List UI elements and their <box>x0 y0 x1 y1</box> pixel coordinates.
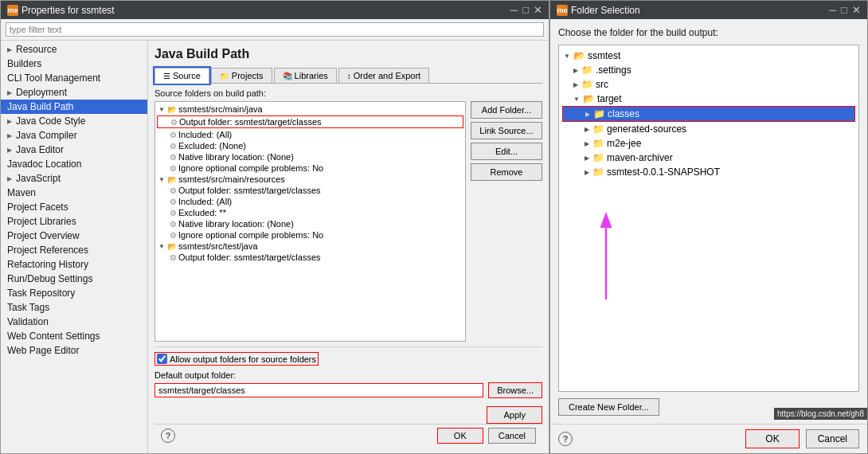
projects-tab-icon: 📁 <box>220 72 229 80</box>
source-folder-icon: 📂 <box>167 105 177 114</box>
sidebar-item-task-repository[interactable]: Task Repository <box>1 286 147 300</box>
tree-item[interactable]: ⚙ Native library location: (None) <box>157 151 463 162</box>
config-icon: ⚙ <box>170 198 177 206</box>
sidebar-item-java-build-path[interactable]: Java Build Path <box>1 100 147 114</box>
tree-item[interactable]: ⚙ Excluded: (None) <box>157 140 463 151</box>
apply-button[interactable]: Apply <box>487 406 542 424</box>
ftree-item[interactable]: ▼ 📂 ssmtest <box>562 49 855 63</box>
folder-titlebar-controls[interactable]: ─ □ ✕ <box>829 4 861 16</box>
help-icon[interactable]: ? <box>161 429 175 443</box>
tree-item[interactable]: ⚙ Output folder: ssmtest/target/classes <box>157 252 463 263</box>
output-icon: ⚙ <box>170 118 178 127</box>
edit-button[interactable]: Edit... <box>471 143 542 160</box>
ftree-item-classes[interactable]: ▶ 📁 classes <box>562 106 855 122</box>
app-icon: me <box>7 5 18 16</box>
sidebar-item-refactoring[interactable]: Refactoring History <box>1 257 147 272</box>
filter-area <box>1 19 549 41</box>
tree-item[interactable]: ⚙ Output folder: ssmtest/target/classes <box>157 115 463 128</box>
close-icon[interactable]: ✕ <box>534 4 542 16</box>
config-icon: ⚙ <box>170 209 177 217</box>
source-tab-label: Source <box>173 71 201 80</box>
ftree-item[interactable]: ▶ 📁 generated-sources <box>562 122 855 136</box>
source-tree[interactable]: ▼ 📂 ssmtest/src/main/java ⚙ Output folde… <box>154 101 466 342</box>
sidebar-item-deployment[interactable]: Deployment <box>1 85 147 100</box>
maximize-icon[interactable]: □ <box>522 4 529 16</box>
sidebar-item-web-content[interactable]: Web Content Settings <box>1 329 147 343</box>
tree-item[interactable]: ⚙ Included: (All) <box>157 129 463 140</box>
sidebar-item-java-editor[interactable]: Java Editor <box>1 143 147 157</box>
folder-tree[interactable]: ▼ 📂 ssmtest ▶ 📁 .settings ▶ 📁 src ▼ 📂 ta… <box>558 45 859 392</box>
tree-item[interactable]: ▼ 📂 ssmtest/src/main/java <box>157 104 463 115</box>
folder-body: Choose the folder for the build output: … <box>550 19 867 424</box>
ftree-item[interactable]: ▶ 📁 maven-archiver <box>562 151 855 165</box>
sidebar-item-web-page[interactable]: Web Page Editor <box>1 343 147 358</box>
folder-maximize-icon[interactable]: □ <box>841 4 847 16</box>
folder-icon: 📂 <box>573 50 585 61</box>
tab-projects[interactable]: 📁 Projects <box>211 68 272 83</box>
tree-item[interactable]: ⚙ Ignore optional compile problems: No <box>157 229 463 241</box>
folder-minimize-icon[interactable]: ─ <box>829 4 836 16</box>
folder-close-icon[interactable]: ✕ <box>852 4 861 16</box>
tree-item[interactable]: ▼ 📂 ssmtest/src/test/java <box>157 241 463 252</box>
main-title: Java Build Path <box>154 47 542 61</box>
sidebar-item-cli[interactable]: CLI Tool Management <box>1 71 147 85</box>
tree-item[interactable]: ▼ 📂 ssmtest/src/main/resources <box>157 174 463 185</box>
sidebar-item-javascript[interactable]: JavaScript <box>1 171 147 186</box>
titlebar-controls[interactable]: ─ □ ✕ <box>510 4 542 16</box>
tree-item[interactable]: ⚙ Native library location: (None) <box>157 218 463 229</box>
folder-ok-button[interactable]: OK <box>745 429 799 448</box>
allow-output-checkbox[interactable] <box>157 354 167 364</box>
tree-item[interactable]: ⚙ Ignore optional compile problems: No <box>157 162 463 174</box>
projects-tab-label: Projects <box>232 71 264 80</box>
deployment-label: Deployment <box>16 87 67 98</box>
ftree-item[interactable]: ▶ 📁 .settings <box>562 63 855 77</box>
sidebar-item-maven[interactable]: Maven <box>1 186 147 200</box>
sidebar-item-validation[interactable]: Validation <box>1 315 147 329</box>
sidebar-item-javadoc[interactable]: Javadoc Location <box>1 157 147 171</box>
builders-label: Builders <box>7 58 41 69</box>
ftree-item[interactable]: ▶ 📁 m2e-jee <box>562 136 855 151</box>
ftree-item[interactable]: ▶ 📁 ssmtest-0.0.1-SNAPSHOT <box>562 165 855 179</box>
sidebar-item-run-debug[interactable]: Run/Debug Settings <box>1 272 147 286</box>
config-icon: ⚙ <box>170 220 177 229</box>
output-folder-input[interactable] <box>154 383 483 397</box>
ftree-item-target[interactable]: ▼ 📂 target <box>562 92 855 106</box>
minimize-icon[interactable]: ─ <box>510 4 518 16</box>
source-buttons: Add Folder... Link Source... Edit... Rem… <box>471 101 542 342</box>
tree-item[interactable]: ⚙ Excluded: ** <box>157 207 463 218</box>
tab-order-export[interactable]: ↕ Order and Export <box>338 68 429 83</box>
browse-button[interactable]: Browse... <box>488 382 542 398</box>
sidebar-item-project-overview[interactable]: Project Overview <box>1 229 147 243</box>
allow-checkbox-container[interactable]: Allow output folders for source folders <box>154 352 319 366</box>
folder-cancel-button[interactable]: Cancel <box>806 429 859 448</box>
output-icon: ⚙ <box>170 186 177 195</box>
tab-libraries[interactable]: 📚 Libraries <box>274 68 337 83</box>
sidebar-item-project-facets[interactable]: Project Facets <box>1 200 147 214</box>
properties-ok-button[interactable]: OK <box>437 428 483 444</box>
tab-source[interactable]: ☰ Source <box>154 68 209 84</box>
sidebar-item-resource[interactable]: Resource <box>1 42 147 57</box>
sidebar-item-task-tags[interactable]: Task Tags <box>1 300 147 315</box>
ftree-item[interactable]: ▶ 📁 src <box>562 77 855 92</box>
tree-item[interactable]: ⚙ Output folder: ssmtest/target/classes <box>157 185 463 196</box>
sidebar-item-java-compiler[interactable]: Java Compiler <box>1 128 147 143</box>
filter-input[interactable] <box>6 22 544 37</box>
add-folder-button[interactable]: Add Folder... <box>471 101 542 119</box>
libraries-tab-label: Libraries <box>295 71 328 80</box>
create-folder-button[interactable]: Create New Folder... <box>558 398 659 416</box>
folder-title-left: me Folder Selection <box>557 5 640 16</box>
folder-icon: 📁 <box>592 152 604 163</box>
sidebar-item-project-references[interactable]: Project References <box>1 243 147 257</box>
remove-button[interactable]: Remove <box>471 163 542 181</box>
sidebar-item-project-libraries[interactable]: Project Libraries <box>1 214 147 229</box>
dialog-buttons: OK Cancel <box>437 428 536 444</box>
properties-cancel-button[interactable]: Cancel <box>488 428 536 444</box>
order-tab-icon: ↕ <box>347 72 351 80</box>
default-output-label: Default output folder: <box>154 370 542 380</box>
tree-item[interactable]: ⚙ Included: (All) <box>157 196 463 207</box>
link-source-button[interactable]: Link Source... <box>471 122 542 139</box>
folder-help-icon[interactable]: ? <box>558 432 573 446</box>
tree-expand-icon: ▼ <box>564 53 570 60</box>
sidebar-item-java-code-style[interactable]: Java Code Style <box>1 114 147 128</box>
sidebar-item-builders[interactable]: Builders <box>1 57 147 71</box>
